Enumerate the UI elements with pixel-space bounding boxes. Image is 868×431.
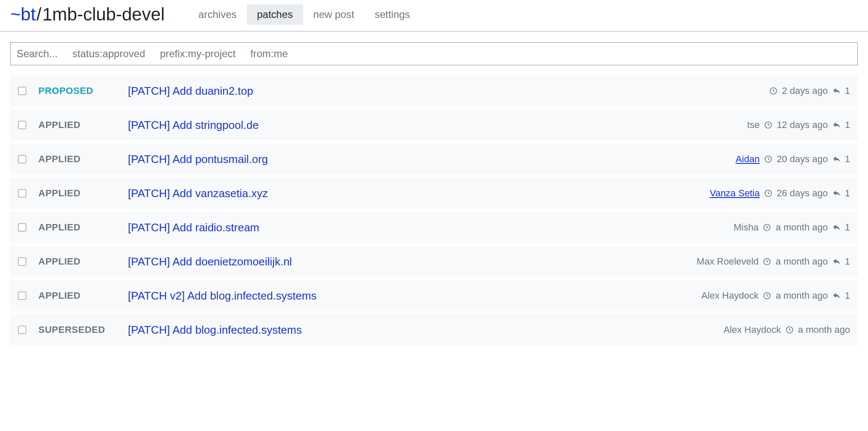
patch-row: APPLIED[PATCH] Add stringpool.detse12 da… bbox=[10, 110, 858, 140]
reply-icon bbox=[832, 223, 841, 232]
status-badge: APPLIED bbox=[38, 290, 128, 301]
author: Misha bbox=[734, 222, 759, 233]
tab-settings[interactable]: settings bbox=[365, 4, 420, 25]
select-checkbox[interactable] bbox=[18, 326, 26, 334]
search-placeholder: Search... bbox=[17, 48, 58, 59]
patch-title[interactable]: [PATCH] Add vanzasetia.xyz bbox=[128, 187, 710, 200]
patch-title[interactable]: [PATCH] Add blog.infected.systems bbox=[128, 323, 723, 337]
reply-icon bbox=[832, 121, 841, 129]
clock-icon bbox=[763, 291, 771, 300]
tab-new-post[interactable]: new post bbox=[303, 4, 365, 25]
nav-tabs: archives patches new post settings bbox=[188, 4, 420, 25]
breadcrumb-sep: / bbox=[36, 4, 43, 25]
age: 2 days ago bbox=[782, 85, 828, 96]
patch-meta: Alex Haydocka month ago1 bbox=[701, 290, 850, 301]
breadcrumb-repo[interactable]: 1mb-club-devel bbox=[42, 4, 165, 25]
patch-title[interactable]: [PATCH] Add duanin2.top bbox=[128, 84, 769, 98]
clock-icon bbox=[763, 223, 771, 232]
patch-row: APPLIED[PATCH v2] Add blog.infected.syst… bbox=[10, 280, 858, 311]
patch-row: APPLIED[PATCH] Add pontusmail.orgAidan20… bbox=[10, 144, 858, 175]
age: a month ago bbox=[798, 324, 850, 335]
clock-icon bbox=[764, 155, 773, 163]
patch-title[interactable]: [PATCH] Add stringpool.de bbox=[128, 119, 747, 132]
patch-title[interactable]: [PATCH] Add raidio.stream bbox=[128, 221, 734, 234]
select-checkbox[interactable] bbox=[18, 291, 26, 300]
patch-meta: 2 days ago1 bbox=[769, 85, 850, 96]
clock-icon bbox=[764, 121, 773, 129]
author: Alex Haydock bbox=[723, 324, 781, 335]
breadcrumb: ~bt / 1mb-club-devel bbox=[10, 4, 165, 25]
patch-meta: Vanza Setia26 days ago1 bbox=[710, 188, 850, 199]
reply-count: 1 bbox=[845, 154, 850, 165]
author: Alex Haydock bbox=[701, 290, 759, 301]
patch-title[interactable]: [PATCH] Add doenietzomoeilijk.nl bbox=[128, 255, 697, 268]
status-badge: PROPOSED bbox=[38, 85, 128, 96]
reply-count: 1 bbox=[845, 256, 850, 267]
patch-meta: Aidan20 days ago1 bbox=[736, 154, 850, 165]
age: a month ago bbox=[775, 256, 827, 267]
reply-icon bbox=[832, 257, 841, 266]
status-badge: APPLIED bbox=[38, 119, 128, 131]
select-checkbox[interactable] bbox=[18, 223, 26, 232]
patch-row: APPLIED[PATCH] Add doenietzomoeilijk.nlM… bbox=[10, 246, 858, 277]
age: 12 days ago bbox=[777, 119, 828, 131]
author[interactable]: Vanza Setia bbox=[710, 188, 760, 199]
main-content: Search... status:approved prefix:my-proj… bbox=[0, 32, 868, 359]
age: 26 days ago bbox=[777, 188, 828, 199]
patch-meta: tse12 days ago1 bbox=[747, 119, 850, 131]
author: tse bbox=[747, 119, 760, 131]
search-hint-prefix: prefix:my-project bbox=[160, 48, 235, 59]
select-checkbox[interactable] bbox=[18, 189, 26, 198]
patch-meta: Mishaa month ago1 bbox=[734, 222, 850, 233]
tab-patches[interactable]: patches bbox=[247, 4, 303, 25]
page-header: ~bt / 1mb-club-devel archives patches ne… bbox=[0, 0, 868, 32]
reply-count: 1 bbox=[845, 85, 850, 96]
search-hint-status: status:approved bbox=[72, 48, 145, 59]
reply-icon bbox=[832, 291, 841, 300]
search-input[interactable]: Search... status:approved prefix:my-proj… bbox=[10, 42, 858, 65]
status-badge: APPLIED bbox=[38, 256, 128, 267]
reply-icon bbox=[832, 189, 841, 198]
patch-row: APPLIED[PATCH] Add vanzasetia.xyzVanza S… bbox=[10, 178, 858, 209]
reply-count: 1 bbox=[845, 222, 850, 233]
status-badge: APPLIED bbox=[38, 222, 128, 233]
tab-archives[interactable]: archives bbox=[188, 4, 246, 25]
patch-row: SUPERSEDED[PATCH] Add blog.infected.syst… bbox=[10, 315, 858, 345]
select-checkbox[interactable] bbox=[18, 121, 26, 129]
select-checkbox[interactable] bbox=[18, 257, 26, 266]
author: Max Roeleveld bbox=[697, 256, 759, 267]
patch-row: APPLIED[PATCH] Add raidio.streamMishaa m… bbox=[10, 212, 858, 243]
author[interactable]: Aidan bbox=[736, 154, 760, 165]
status-badge: APPLIED bbox=[38, 188, 128, 199]
reply-count: 1 bbox=[845, 119, 850, 131]
age: a month ago bbox=[775, 222, 827, 233]
patch-meta: Max Roelevelda month ago1 bbox=[697, 256, 850, 267]
reply-icon bbox=[832, 155, 841, 163]
age: 20 days ago bbox=[777, 154, 828, 165]
select-checkbox[interactable] bbox=[18, 87, 26, 95]
clock-icon bbox=[763, 257, 771, 266]
patch-list: PROPOSED[PATCH] Add duanin2.top2 days ag… bbox=[10, 76, 858, 345]
search-hint-from: from:me bbox=[250, 48, 288, 59]
reply-icon bbox=[832, 87, 841, 95]
clock-icon bbox=[769, 87, 778, 95]
age: a month ago bbox=[775, 290, 827, 301]
status-badge: SUPERSEDED bbox=[38, 324, 128, 335]
reply-count: 1 bbox=[845, 290, 850, 301]
patch-row: PROPOSED[PATCH] Add duanin2.top2 days ag… bbox=[10, 76, 858, 106]
status-badge: APPLIED bbox=[38, 154, 128, 165]
patch-title[interactable]: [PATCH v2] Add blog.infected.systems bbox=[128, 289, 701, 303]
select-checkbox[interactable] bbox=[18, 155, 26, 163]
breadcrumb-owner[interactable]: ~bt bbox=[10, 4, 36, 25]
clock-icon bbox=[764, 189, 773, 198]
patch-meta: Alex Haydocka month ago bbox=[723, 324, 850, 335]
patch-title[interactable]: [PATCH] Add pontusmail.org bbox=[128, 153, 736, 166]
reply-count: 1 bbox=[845, 188, 850, 199]
clock-icon bbox=[785, 326, 794, 334]
